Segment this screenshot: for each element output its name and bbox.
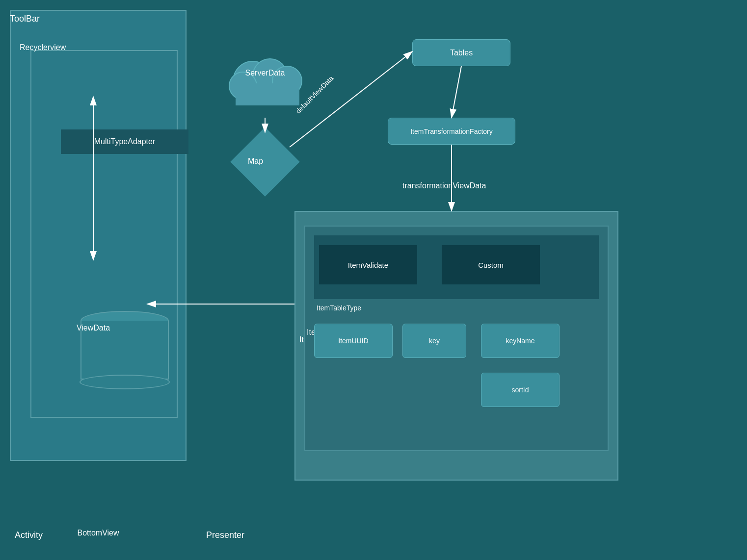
- item-uuid-box: ItemUUID: [314, 324, 393, 358]
- activity-bottom-label: Activity: [15, 530, 43, 540]
- svg-rect-4: [236, 83, 299, 105]
- map-diamond: [230, 127, 299, 196]
- cylinder-container: [80, 311, 169, 389]
- serverdata-label: ServerData: [221, 69, 309, 77]
- key-label: key: [429, 337, 440, 345]
- item-uuid-label: ItemUUID: [338, 337, 368, 345]
- keyname-label: keyName: [506, 337, 534, 345]
- itf-box: ItemTransformationFactory: [388, 118, 515, 145]
- keyname-box: keyName: [481, 324, 560, 358]
- multitypeadapter-box: MultiTypeAdapter: [61, 129, 188, 154]
- key-box: key: [402, 324, 466, 358]
- custom-label: Custom: [478, 261, 504, 269]
- toolbar-label: ToolBar: [10, 14, 40, 24]
- itf-label: ItemTransformationFactory: [410, 127, 493, 135]
- custom-box: Custom: [442, 245, 540, 284]
- item-validate-box: ItemValidate: [319, 245, 417, 284]
- tables-box: Tables: [412, 39, 510, 66]
- item-table-type-label: ItemTableType: [317, 304, 361, 312]
- cylinder-bottom-ellipse: [80, 375, 170, 389]
- tables-itf-arrow: [452, 66, 461, 118]
- presenter-bottom-label: Presenter: [206, 530, 244, 540]
- multitypeadapter-label: MultiTypeAdapter: [94, 137, 156, 146]
- sortid-box: sortId: [481, 373, 560, 407]
- recyclerview-panel: MultiTypeAdapter: [30, 50, 178, 418]
- viewdata-label: ViewData: [49, 324, 137, 332]
- tables-label: Tables: [450, 49, 473, 57]
- item-validate-label: ItemValidate: [348, 261, 388, 269]
- map-label: Map: [248, 157, 263, 166]
- recyclerview-label: Recyclerview: [20, 43, 66, 52]
- bottomview-label: BottomView: [77, 529, 119, 537]
- sortid-label: sortId: [511, 386, 529, 394]
- transformation-label: transformationViewData: [402, 181, 486, 190]
- activity-panel: MultiTypeAdapter: [10, 10, 187, 461]
- map-diamond-container: Map: [236, 132, 294, 191]
